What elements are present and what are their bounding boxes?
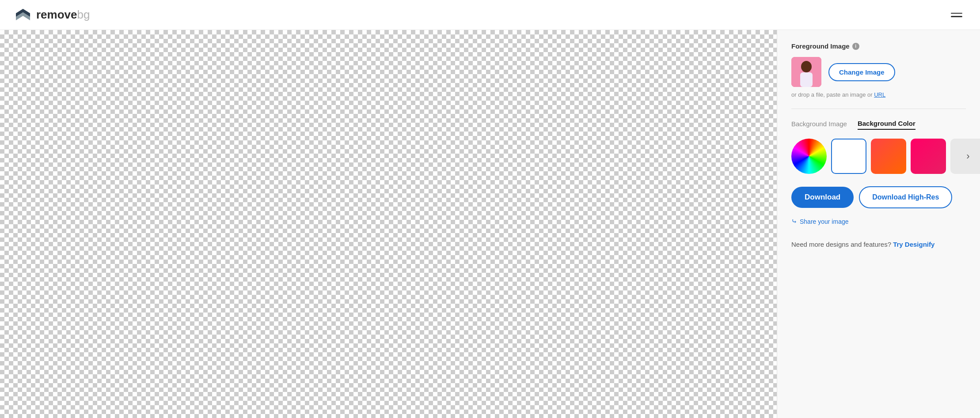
canvas-inner <box>0 30 777 418</box>
url-link[interactable]: URL <box>874 91 885 98</box>
tab-background-color[interactable]: Background Color <box>858 118 915 130</box>
download-button[interactable]: Download <box>791 187 854 208</box>
share-label: Share your image <box>800 218 849 225</box>
swatch-more-arrow[interactable]: › <box>950 139 980 174</box>
foreground-thumbnail <box>791 57 821 87</box>
svg-point-7 <box>431 166 448 187</box>
svg-rect-22 <box>325 332 332 334</box>
logo-bg-text: bg <box>77 8 90 21</box>
svg-point-15 <box>298 332 346 372</box>
promo-text-content: Need more designs and features? <box>791 241 891 248</box>
foreground-title-text: Foreground Image <box>791 42 850 50</box>
svg-point-17 <box>305 331 315 339</box>
svg-point-16 <box>328 341 345 354</box>
header: removebg <box>0 0 980 30</box>
svg-point-2 <box>289 200 488 418</box>
svg-point-19 <box>334 346 341 351</box>
svg-rect-21 <box>321 370 327 378</box>
svg-point-8 <box>363 165 376 174</box>
download-highres-button[interactable]: Download High-Res <box>859 186 952 208</box>
background-tabs: Background Image Background Color <box>791 118 966 130</box>
swatch-pink-red[interactable] <box>911 139 946 174</box>
foreground-section-title: Foreground Image i <box>791 42 966 50</box>
info-icon[interactable]: i <box>852 43 859 50</box>
download-row: Download Download High-Res <box>791 186 966 208</box>
canvas-area <box>0 30 777 418</box>
drop-hint: or drop a file, paste an image or URL <box>791 91 966 98</box>
svg-rect-26 <box>800 72 813 87</box>
person-image <box>0 30 777 418</box>
svg-point-14 <box>308 358 341 379</box>
swatch-color-wheel[interactable] <box>791 139 827 174</box>
svg-point-5 <box>336 117 441 236</box>
foreground-row: Change Image <box>791 57 966 87</box>
change-image-button[interactable]: Change Image <box>828 63 895 81</box>
hamburger-menu[interactable] <box>947 9 966 21</box>
designify-link[interactable]: Try Designify <box>893 241 934 248</box>
svg-rect-3 <box>346 248 431 418</box>
promo-text: Need more designs and features? Try Desi… <box>791 240 966 250</box>
logo[interactable]: removebg <box>14 6 90 24</box>
svg-point-13 <box>355 181 422 219</box>
logo-icon <box>14 6 32 24</box>
svg-point-18 <box>313 340 317 344</box>
svg-rect-11 <box>387 163 411 177</box>
share-link[interactable]: ⤷ Share your image <box>791 217 966 226</box>
sidebar: Foreground Image i Change Image or drop … <box>777 30 980 418</box>
share-icon: ⤷ <box>791 217 797 226</box>
swatch-orange-red[interactable] <box>871 139 906 174</box>
svg-rect-10 <box>357 163 381 177</box>
svg-rect-20 <box>312 370 318 378</box>
svg-rect-4 <box>374 215 403 252</box>
tab-background-image[interactable]: Background Image <box>791 118 847 129</box>
svg-point-25 <box>801 61 812 72</box>
svg-point-6 <box>329 166 346 187</box>
main-content: Foreground Image i Change Image or drop … <box>0 30 980 418</box>
color-swatches: › <box>791 139 966 174</box>
swatch-white[interactable] <box>831 139 866 174</box>
logo-remove-text: remove <box>36 8 77 21</box>
svg-point-9 <box>401 165 414 174</box>
svg-point-23 <box>441 327 477 353</box>
divider-1 <box>791 109 966 109</box>
thumbnail-person-svg <box>791 57 821 87</box>
